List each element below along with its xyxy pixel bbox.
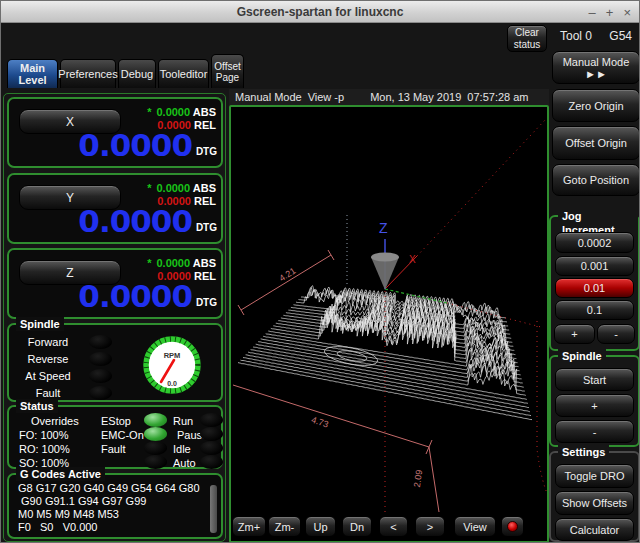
clear-status-button[interactable]: Clear status (507, 25, 547, 52)
spindle-plus-button[interactable]: + (555, 394, 634, 417)
rpm-gauge-value: 0.0 (167, 380, 177, 387)
y-abs-value: 0.0000 (156, 182, 190, 194)
spindle-minus-button[interactable]: - (555, 420, 634, 443)
pan-right-button[interactable]: > (415, 516, 445, 537)
jog-plus-button[interactable]: + (554, 324, 595, 344)
gcodes-panel: G Codes Active G8 G17 G20 G40 G49 G54 G6… (7, 473, 223, 539)
view-type-text: View -p (308, 91, 344, 103)
dtg-label: DTG (196, 222, 217, 233)
calculator-button[interactable]: Calculator (555, 518, 634, 541)
dimension-width-label: 4.73 (310, 415, 330, 430)
gcodes-line: G90 G91.1 G94 G97 G99 (18, 495, 146, 507)
gcodes-panel-title: G Codes Active (16, 467, 105, 481)
z-dtg-value: 0.0000 (78, 278, 192, 314)
mode-cycle-button[interactable]: Manual Mode ►► (552, 51, 640, 84)
spare-led (144, 455, 167, 469)
emc-on-label: EMC-On (101, 429, 144, 441)
jog-0.001-button[interactable]: 0.001 (555, 256, 634, 276)
x-abs-value: 0.0000 (156, 106, 190, 118)
clear-plot-button[interactable] (501, 516, 524, 537)
gremlin-3d-preview[interactable]: 4.21 4.73 2.09 Z X Zm+ Zm- Up Dn < > Vie… (229, 105, 549, 543)
tool-cone (371, 257, 399, 290)
dro-panel-x: X *0.0000 ABS 0.0000 REL 0.0000 DTG (7, 97, 223, 168)
rel-label: REL (194, 195, 216, 207)
window-title: Gscreen-spartan for linuxcnc (237, 5, 404, 19)
emc-on-led (144, 427, 167, 441)
jog-0.1-button[interactable]: 0.1 (555, 300, 634, 320)
maximize-icon[interactable]: + (606, 6, 614, 19)
dimension-lines (233, 250, 439, 512)
pan-left-button[interactable]: < (379, 516, 408, 537)
idle-led (200, 441, 223, 455)
feed-override: FO: 100% (19, 429, 69, 441)
tab-tooleditor[interactable]: Tooleditor (158, 59, 209, 88)
toolpath-surface (238, 286, 532, 420)
x-homed-mark: * (147, 106, 151, 118)
tool-status-header: Tool 0 G54 (553, 29, 639, 43)
tab-preferences[interactable]: Preferences (60, 59, 116, 88)
fault-label: Fault (101, 443, 125, 455)
jog-increment-frame: Jog Increment 0.0002 0.001 0.01 0.1 + - (549, 215, 640, 351)
toggle-dro-button[interactable]: Toggle DRO (555, 464, 634, 488)
settings-title: Settings (558, 445, 609, 459)
tool-cone-top (371, 253, 399, 262)
toolpath-plot[interactable]: 4.21 4.73 2.09 Z X (231, 107, 547, 541)
dro-panel-z: Z *0.0000 ABS 0.0000 REL 0.0000 DTG (7, 248, 223, 319)
spindle-fault-label: Fault (17, 387, 79, 399)
tab-debug[interactable]: Debug (118, 59, 156, 88)
run-label: Run (173, 415, 193, 427)
rel-label: REL (194, 119, 216, 131)
minimize-icon[interactable]: – (589, 6, 596, 19)
right-extent-line (537, 321, 547, 500)
pan-down-button[interactable]: Dn (342, 516, 372, 537)
machine-mode-text: Manual Mode (235, 91, 302, 103)
zoom-in-button[interactable]: Zm+ (232, 516, 266, 537)
tab-main-level[interactable]: Main Level (7, 59, 58, 88)
jog-0.01-button[interactable]: 0.01 (555, 278, 634, 298)
estop-label: EStop (101, 415, 131, 427)
spindle-fault-led (89, 386, 112, 400)
show-offsets-button[interactable]: Show Offsets (555, 491, 634, 515)
clear-plot-icon (507, 521, 518, 532)
rpm-gauge: RPM 0.0 (143, 335, 201, 395)
gcodes-scrollbar[interactable] (210, 485, 217, 533)
z-abs-value: 0.0000 (156, 257, 190, 269)
offset-system: G54 (609, 29, 632, 43)
fault-led (144, 441, 167, 455)
tool-number: Tool 0 (560, 29, 592, 43)
status-panel: Status Overrides FO: 100% RO: 100% SO: 1… (7, 405, 223, 469)
view-cycle-button[interactable]: View (454, 516, 496, 537)
gcodes-line: M0 M5 M9 M48 M53 (18, 508, 119, 520)
status-panel-title: Status (16, 399, 58, 413)
rel-label: REL (194, 270, 216, 282)
tab-offset-page[interactable]: Offset Page (211, 54, 244, 88)
y-homed-mark: * (147, 182, 151, 194)
dtg-label: DTG (196, 297, 217, 308)
jog-minus-button[interactable]: - (597, 324, 635, 344)
spindle-start-button[interactable]: Start (555, 368, 634, 391)
viewer-header: Manual Mode View -p Mon, 13 May 2019 07:… (229, 89, 549, 105)
jog-0.0002-button[interactable]: 0.0002 (555, 232, 634, 253)
pan-up-button[interactable]: Up (305, 516, 336, 537)
offset-origin-button[interactable]: Offset Origin (552, 126, 640, 160)
zero-origin-button[interactable]: Zero Origin (552, 89, 640, 122)
estop-led (144, 413, 167, 427)
idle-label: Idle (173, 443, 191, 455)
x-dtg-value: 0.0000 (78, 127, 192, 163)
close-icon[interactable]: × (623, 6, 631, 19)
datetime-text: Mon, 13 May 2019 07:57:28 am (370, 91, 528, 103)
abs-label: ABS (193, 257, 216, 269)
spindle-control-frame: Spindle Start + - (549, 355, 640, 447)
goto-position-button[interactable]: Goto Position (552, 164, 640, 196)
spindle-reverse-led (89, 352, 112, 366)
titlebar: Gscreen-spartan for linuxcnc – + × (1, 1, 639, 23)
pause-led (200, 427, 223, 441)
spindle-forward-label: Forward (17, 336, 79, 348)
zoom-out-button[interactable]: Zm- (268, 516, 301, 537)
spindle-control-title: Spindle (558, 349, 606, 363)
spindle-forward-led (89, 335, 112, 349)
z-axis-label: Z (379, 220, 388, 236)
run-led (200, 413, 223, 427)
y-dtg-value: 0.0000 (78, 203, 192, 239)
dro-panel-y: Y *0.0000 ABS 0.0000 REL 0.0000 DTG (7, 173, 223, 244)
